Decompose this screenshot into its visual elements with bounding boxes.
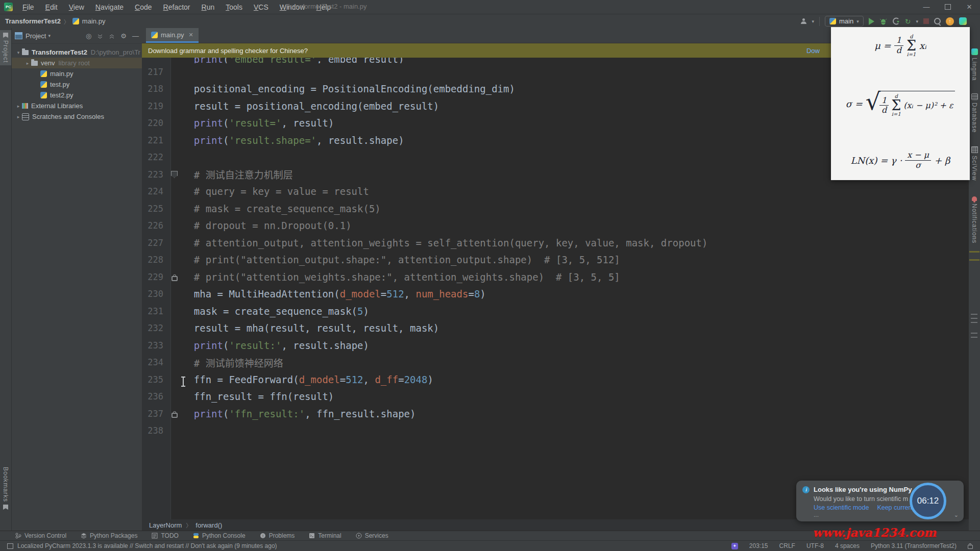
- tool-button-notifications[interactable]: Notifications: [969, 196, 980, 243]
- lock-icon[interactable]: [172, 276, 178, 281]
- tree-arrow-icon[interactable]: ▸: [15, 104, 22, 109]
- maximize-button[interactable]: [937, 0, 959, 14]
- hide-panel-icon[interactable]: —: [132, 32, 139, 40]
- code-line[interactable]: 231 mask = create_sequence_mask(5): [142, 303, 969, 320]
- lingma-icon[interactable]: [959, 17, 967, 25]
- profiler-button[interactable]: [892, 17, 900, 25]
- keep-current-link[interactable]: Keep curren: [877, 504, 912, 511]
- tool-button-bookmarks[interactable]: Bookmarks: [0, 467, 11, 510]
- line-number[interactable]: 235: [142, 374, 170, 385]
- line-number[interactable]: 227: [142, 238, 170, 248]
- lock-icon[interactable]: [968, 545, 973, 549]
- breadcrumb-method[interactable]: forward(): [195, 521, 222, 529]
- tool-button-terminal[interactable]: Terminal: [309, 532, 341, 539]
- tool-button-services[interactable]: Services: [356, 532, 388, 539]
- tool-button-lingma[interactable]: Lingma: [969, 48, 980, 81]
- debug-button[interactable]: [879, 17, 887, 25]
- line-number[interactable]: 220: [142, 118, 170, 128]
- interpreter[interactable]: Python 3.11 (TransformerTest2): [871, 542, 957, 549]
- tool-button-python-packages[interactable]: Python Packages: [81, 532, 137, 539]
- tab-main-py[interactable]: main.py ✕: [146, 28, 199, 43]
- line-number[interactable]: 233: [142, 340, 170, 350]
- chevron-down-icon[interactable]: ⌄: [954, 512, 959, 518]
- coverage-button[interactable]: ↻: [905, 18, 911, 25]
- line-number[interactable]: 224: [142, 186, 170, 196]
- use-scientific-mode-link[interactable]: Use scientific mode: [814, 504, 869, 511]
- stop-button[interactable]: [923, 18, 929, 24]
- run-config-selector[interactable]: main ▾: [825, 16, 864, 27]
- line-number[interactable]: 225: [142, 204, 170, 214]
- tool-button-todo[interactable]: TODO: [152, 532, 178, 539]
- breadcrumb-file[interactable]: main.py: [82, 17, 106, 25]
- code-line[interactable]: 225 # mask = create_sequence_mask(5): [142, 200, 969, 217]
- line-number[interactable]: 234: [142, 357, 170, 367]
- breadcrumb-class[interactable]: LayerNorm: [149, 521, 182, 529]
- gear-icon[interactable]: ⚙: [120, 32, 127, 40]
- status-message[interactable]: Localized PyCharm 2023.1.3 is available …: [7, 542, 277, 549]
- caret-position[interactable]: 203:15: [749, 542, 768, 549]
- project-panel-title[interactable]: Project: [26, 32, 46, 40]
- tree-item-scratches-and-consoles[interactable]: ▸Scratches and Consoles: [12, 111, 142, 122]
- locate-file-icon[interactable]: ◎: [86, 32, 91, 40]
- line-number[interactable]: 236: [142, 391, 170, 402]
- plugin-gem-icon[interactable]: ✦: [731, 543, 738, 549]
- minimize-button[interactable]: —: [916, 0, 937, 14]
- breadcrumb-project[interactable]: TransformerTest2: [5, 17, 61, 25]
- menu-item-run[interactable]: Run: [197, 2, 219, 13]
- line-number[interactable]: 231: [142, 306, 170, 316]
- tree-item-test2-py[interactable]: test2.py: [12, 90, 142, 101]
- tree-item-transformertest2[interactable]: ▾TransformerTest2D:\python_pro\Tr: [12, 47, 142, 58]
- tree-item-external-libraries[interactable]: ▸External Libraries: [12, 101, 142, 111]
- indent-setting[interactable]: 4 spaces: [835, 542, 860, 549]
- code-line[interactable]: 238: [142, 422, 969, 440]
- code-line[interactable]: 234 # 测试前馈神经网络: [142, 354, 969, 371]
- code-line[interactable]: 233 print('result:', result.shape): [142, 337, 969, 354]
- code-line[interactable]: 229 # print("attention_weights.shape:", …: [142, 268, 969, 286]
- code-line[interactable]: 232 result = mha(result, result, result,…: [142, 320, 969, 337]
- tree-item-venv[interactable]: ▸venvlibrary root: [12, 58, 142, 68]
- line-number[interactable]: 237: [142, 409, 170, 419]
- menu-item-view[interactable]: View: [64, 2, 89, 13]
- line-number[interactable]: 232: [142, 323, 170, 333]
- tool-button-sciview[interactable]: SciView: [969, 146, 980, 181]
- menu-item-file[interactable]: File: [18, 2, 39, 13]
- tool-button-python-console[interactable]: Python Console: [193, 532, 246, 539]
- update-icon[interactable]: ↑: [946, 17, 954, 26]
- tool-button-version-control[interactable]: Version Control: [15, 532, 66, 539]
- menu-item-tools[interactable]: Tools: [221, 2, 247, 13]
- code-line[interactable]: 236 ffn_result = ffn(result): [142, 388, 969, 406]
- profile-icon[interactable]: [801, 18, 806, 24]
- close-icon[interactable]: ✕: [189, 32, 193, 38]
- tool-button-database[interactable]: Database: [969, 93, 980, 133]
- line-number[interactable]: 230: [142, 289, 170, 299]
- line-separator[interactable]: CRLF: [779, 542, 795, 549]
- code-line[interactable]: 237 print('ffn_result:', ffn_result.shap…: [142, 405, 969, 422]
- line-number[interactable]: 226: [142, 220, 170, 231]
- menu-item-refactor[interactable]: Refactor: [159, 2, 195, 13]
- file-encoding[interactable]: UTF-8: [806, 542, 824, 549]
- lock-icon[interactable]: [172, 413, 178, 418]
- tree-item-main-py[interactable]: main.py: [12, 68, 142, 79]
- code-line[interactable]: 235 ffn = FeedForward(d_model=512, d_ff=…: [142, 371, 969, 388]
- line-number[interactable]: 218: [142, 84, 170, 94]
- run-button[interactable]: [869, 18, 874, 25]
- code-line[interactable]: 226 # dropout = nn.Dropout(0.1): [142, 217, 969, 235]
- line-number[interactable]: 229: [142, 272, 170, 282]
- line-number[interactable]: 221: [142, 135, 170, 145]
- code-line[interactable]: 227 # attention_output, attention_weight…: [142, 234, 969, 252]
- expand-all-icon[interactable]: [97, 33, 103, 39]
- close-button[interactable]: ✕: [959, 0, 980, 14]
- tree-item-test-py[interactable]: test.py: [12, 79, 142, 90]
- menu-item-navigate[interactable]: Navigate: [91, 2, 128, 13]
- tree-arrow-icon[interactable]: ▾: [15, 50, 22, 55]
- line-number[interactable]: 219: [142, 101, 170, 111]
- line-number[interactable]: 222: [142, 152, 170, 162]
- search-icon[interactable]: [934, 18, 941, 24]
- code-line[interactable]: 228 # print("attention_output.shape:", a…: [142, 252, 969, 269]
- menu-item-edit[interactable]: Edit: [41, 2, 62, 13]
- tree-arrow-icon[interactable]: ▸: [24, 61, 31, 66]
- banner-download-link[interactable]: Dow: [806, 47, 820, 55]
- collapse-all-icon[interactable]: [109, 33, 115, 39]
- tree-arrow-icon[interactable]: ▸: [15, 114, 22, 119]
- chevron-down-icon[interactable]: ▾: [48, 33, 51, 38]
